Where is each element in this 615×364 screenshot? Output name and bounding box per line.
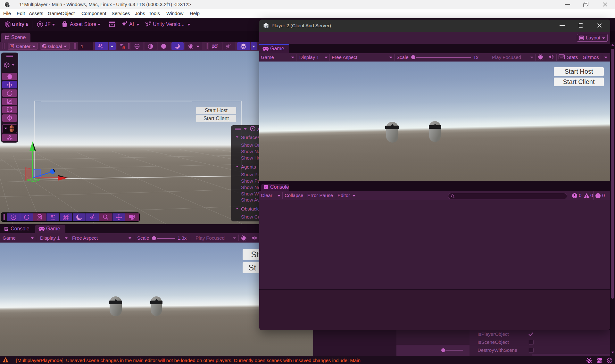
svg-text:Y: Y (101, 46, 103, 49)
svg-text:6: 6 (8, 5, 9, 7)
svg-text:6: 6 (267, 26, 268, 28)
